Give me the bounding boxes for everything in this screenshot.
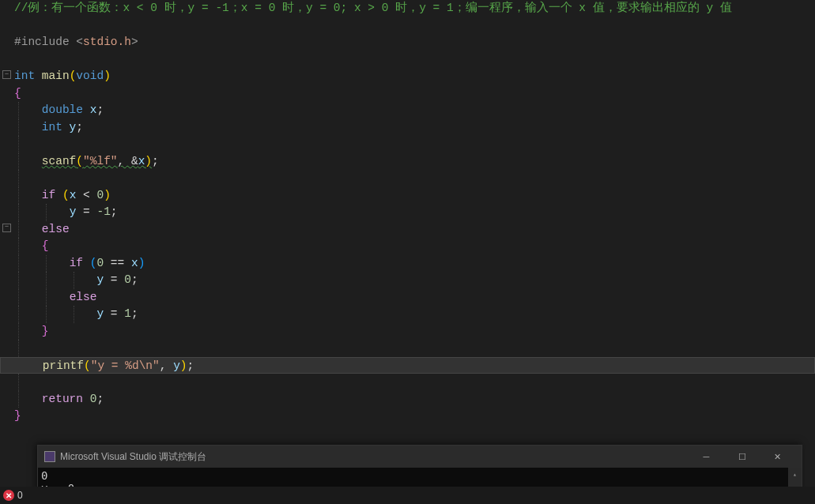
code-line[interactable]: //例：有一个函数：x < 0 时，y = -1；x = 0 时，y = 0; …: [14, 0, 815, 17]
comment-text: //例：有一个函数：x < 0 时，y = -1；x = 0 时，y = 0; …: [14, 2, 732, 14]
code-line[interactable]: y = -1;: [14, 204, 815, 221]
current-line[interactable]: printf("y = %d\n", y);: [0, 357, 815, 374]
code-line[interactable]: [14, 51, 815, 69]
code-line[interactable]: y = 1;: [14, 306, 815, 323]
code-line[interactable]: if (x < 0): [14, 187, 815, 205]
code-line[interactable]: scanf("%lf", &x);: [14, 153, 815, 171]
code-line[interactable]: }: [14, 408, 815, 425]
code-line[interactable]: [14, 17, 815, 35]
code-line[interactable]: [14, 374, 815, 391]
console-titlebar[interactable]: Microsoft Visual Studio 调试控制台 ─ ☐ ✕: [38, 446, 802, 468]
code-line[interactable]: − else: [14, 221, 815, 239]
code-line[interactable]: [14, 170, 815, 187]
close-button[interactable]: ✕: [760, 446, 795, 468]
console-app-icon: [44, 451, 55, 462]
code-line[interactable]: int y;: [14, 119, 815, 137]
code-line[interactable]: else: [14, 289, 815, 307]
error-count[interactable]: 0: [17, 490, 23, 501]
code-line[interactable]: {: [14, 238, 815, 255]
code-line[interactable]: [14, 136, 815, 153]
code-line[interactable]: y = 0;: [14, 272, 815, 289]
code-line[interactable]: −int main(void): [14, 68, 815, 85]
code-line[interactable]: #include <stdio.h>: [14, 34, 815, 51]
minimize-button[interactable]: ─: [689, 446, 724, 468]
code-line[interactable]: }: [14, 323, 815, 340]
code-line[interactable]: double x;: [14, 102, 815, 119]
code-line[interactable]: return 0;: [14, 391, 815, 408]
fold-minus-icon[interactable]: −: [2, 70, 11, 79]
scroll-up-icon[interactable]: ▴: [788, 468, 802, 481]
code-line[interactable]: if (0 == x): [14, 255, 815, 273]
console-title: Microsoft Visual Studio 调试控制台: [60, 450, 206, 464]
code-line[interactable]: {: [14, 85, 815, 103]
error-icon[interactable]: ✕: [3, 490, 14, 501]
code-line[interactable]: [14, 340, 815, 357]
status-bar: ✕ 0: [0, 487, 815, 504]
code-editor[interactable]: //例：有一个函数：x < 0 时，y = -1；x = 0 时，y = 0; …: [0, 0, 815, 425]
maximize-button[interactable]: ☐: [724, 446, 760, 468]
window-controls: ─ ☐ ✕: [689, 446, 795, 468]
fold-minus-icon[interactable]: −: [2, 224, 11, 232]
